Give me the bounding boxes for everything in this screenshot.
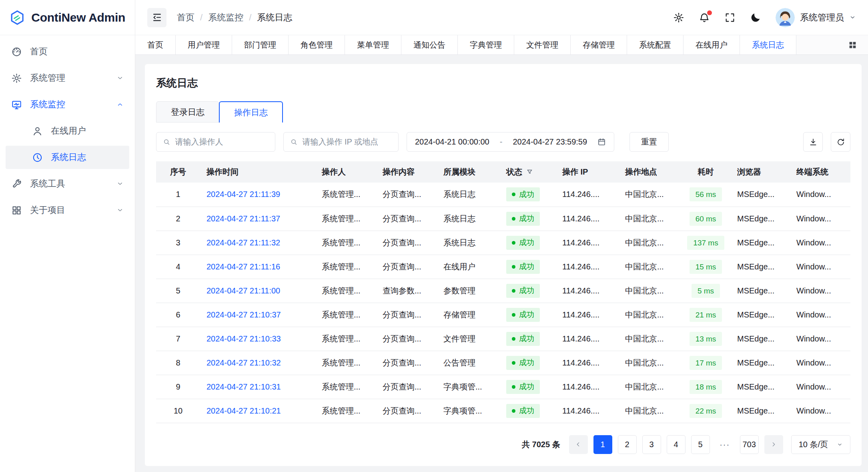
log-detail-link[interactable]: 2024-04-27 21:10:31 — [206, 382, 281, 391]
sidebar-item-system[interactable]: 系统管理 — [6, 66, 129, 90]
tabbar-tab-0[interactable]: 首页 — [135, 35, 176, 54]
duration-badge: 17 ms — [690, 356, 722, 370]
main-area: 首页 / 系统监控 / 系统日志 — [135, 0, 868, 472]
sidebar-item-system-log[interactable]: 系统日志 — [6, 146, 129, 169]
column-header-7: 操作地点 — [619, 161, 681, 183]
content: 系统日志 登录日志操作日志 2024-04-21 00:00:00 - 20 — [135, 55, 868, 472]
page-ellipsis[interactable]: ··· — [716, 435, 734, 454]
log-tab-0[interactable]: 登录日志 — [156, 101, 219, 123]
tabbar-tab-2[interactable]: 部门管理 — [232, 35, 289, 54]
page-size-select[interactable]: 10 条/页 — [791, 435, 850, 454]
cell-browser: MSEdge... — [731, 351, 790, 375]
notifications-button[interactable] — [699, 12, 710, 23]
prev-page-button[interactable] — [569, 435, 588, 454]
page-button-4[interactable]: 4 — [667, 435, 686, 454]
duration-badge: 13 ms — [690, 332, 722, 346]
log-detail-link[interactable]: 2024-04-27 21:11:16 — [206, 262, 280, 271]
tabbar-tab-11[interactable]: 系统日志 — [740, 35, 796, 54]
settings-button[interactable] — [673, 12, 684, 23]
column-header-10: 终端系统 — [790, 161, 850, 183]
cell-operator: 系统管理... — [315, 375, 376, 399]
search-icon — [290, 138, 297, 146]
sidebar-item-about[interactable]: 关于项目 — [6, 199, 129, 222]
tabbar-tab-6[interactable]: 字典管理 — [458, 35, 514, 54]
continew-logo-icon — [10, 8, 25, 27]
table-row: 72024-04-27 21:10:33系统管理...分页查询...文件管理成功… — [156, 327, 850, 351]
cell-content: 分页查询... — [376, 375, 437, 399]
next-page-button[interactable] — [764, 435, 783, 454]
filter-bar: 2024-04-21 00:00:00 - 2024-04-27 23:59:5… — [156, 132, 850, 152]
tab-actions-button[interactable] — [837, 35, 868, 54]
tabbar-tab-9[interactable]: 系统配置 — [627, 35, 684, 54]
user-menu[interactable]: 系统管理员 — [776, 8, 856, 27]
cell-browser: MSEdge... — [731, 255, 790, 279]
status-dot-icon — [512, 193, 515, 196]
page-button-1[interactable]: 1 — [593, 435, 612, 454]
page-button-3[interactable]: 3 — [642, 435, 661, 454]
ip-search-input[interactable] — [302, 137, 392, 147]
sidebar-item-monitor[interactable]: 系统监控 — [6, 93, 129, 116]
log-detail-link[interactable]: 2024-04-27 21:10:21 — [206, 406, 281, 415]
chevron-down-icon — [849, 14, 856, 21]
log-detail-link[interactable]: 2024-04-27 21:10:33 — [206, 334, 281, 343]
breadcrumb: 首页 / 系统监控 / 系统日志 — [177, 12, 292, 24]
theme-toggle-button[interactable] — [750, 12, 761, 23]
table-row: 12024-04-27 21:11:39系统管理...分页查询...系统日志成功… — [156, 183, 850, 207]
sidebar-collapse-button[interactable] — [147, 8, 166, 27]
chevron-left-icon — [575, 441, 582, 448]
cell-operator: 系统管理... — [315, 399, 376, 423]
fullscreen-button[interactable] — [724, 12, 736, 23]
cell-content: 分页查询... — [376, 327, 437, 351]
breadcrumb-item-monitor[interactable]: 系统监控 — [208, 12, 243, 24]
breadcrumb-separator: / — [200, 12, 202, 23]
sidebar-item-online-users[interactable]: 在线用户 — [6, 119, 129, 143]
log-detail-link[interactable]: 2024-04-27 21:11:39 — [206, 190, 280, 199]
page-button-2[interactable]: 2 — [618, 435, 637, 454]
status-badge: 成功 — [506, 404, 540, 418]
log-detail-link[interactable]: 2024-04-27 21:10:32 — [206, 358, 281, 367]
cell-module: 系统日志 — [437, 183, 500, 207]
log-detail-link[interactable]: 2024-04-27 21:11:32 — [206, 238, 280, 247]
status-badge: 成功 — [506, 284, 540, 298]
tabbar-tab-3[interactable]: 角色管理 — [289, 35, 345, 54]
cell-index: 5 — [156, 279, 200, 303]
topbar-actions: 系统管理员 — [673, 8, 856, 27]
cell-content: 分页查询... — [376, 351, 437, 375]
tabbar: 首页用户管理部门管理角色管理菜单管理通知公告字典管理文件管理存储管理系统配置在线… — [135, 35, 868, 55]
tabbar-tab-1[interactable]: 用户管理 — [176, 35, 232, 54]
refresh-button[interactable] — [831, 132, 850, 152]
log-type-tabs: 登录日志操作日志 — [156, 101, 850, 123]
tabbar-tab-5[interactable]: 通知公告 — [401, 35, 458, 54]
fullscreen-icon — [724, 12, 736, 23]
log-detail-link[interactable]: 2024-04-27 21:10:37 — [206, 310, 281, 319]
operator-search-input[interactable] — [175, 137, 269, 147]
cell-location: 中国北京... — [619, 255, 681, 279]
log-tab-1[interactable]: 操作日志 — [219, 101, 283, 123]
moon-icon — [750, 12, 761, 23]
monitor-icon — [11, 99, 22, 110]
cell-ip: 114.246.... — [556, 399, 619, 423]
export-button[interactable] — [803, 132, 823, 152]
column-header-2: 操作人 — [315, 161, 376, 183]
sidebar-item-tools[interactable]: 系统工具 — [6, 172, 129, 195]
tabbar-tabs: 首页用户管理部门管理角色管理菜单管理通知公告字典管理文件管理存储管理系统配置在线… — [135, 35, 796, 54]
cell-index: 1 — [156, 183, 200, 207]
tabbar-tab-7[interactable]: 文件管理 — [514, 35, 571, 54]
page-button-5[interactable]: 5 — [691, 435, 710, 454]
tabbar-tab-10[interactable]: 在线用户 — [684, 35, 740, 54]
cell-os: Window... — [790, 207, 850, 231]
page-button-703[interactable]: 703 — [740, 435, 759, 454]
filter-funnel-icon[interactable] — [526, 169, 533, 175]
tabbar-tab-8[interactable]: 存储管理 — [571, 35, 627, 54]
log-detail-link[interactable]: 2024-04-27 21:11:37 — [206, 214, 280, 223]
breadcrumb-item-home[interactable]: 首页 — [177, 12, 194, 24]
topbar: 首页 / 系统监控 / 系统日志 — [135, 0, 868, 35]
sidebar-item-home[interactable]: 首页 — [6, 40, 129, 63]
tabbar-tab-4[interactable]: 菜单管理 — [345, 35, 401, 54]
logo[interactable]: ContiNew Admin — [0, 0, 135, 35]
status-badge: 成功 — [506, 332, 540, 346]
duration-badge: 56 ms — [690, 187, 722, 201]
log-detail-link[interactable]: 2024-04-27 21:11:00 — [206, 286, 280, 295]
reset-button[interactable]: 重置 — [629, 132, 669, 152]
date-range-picker[interactable]: 2024-04-21 00:00:00 - 2024-04-27 23:59:5… — [407, 132, 614, 152]
